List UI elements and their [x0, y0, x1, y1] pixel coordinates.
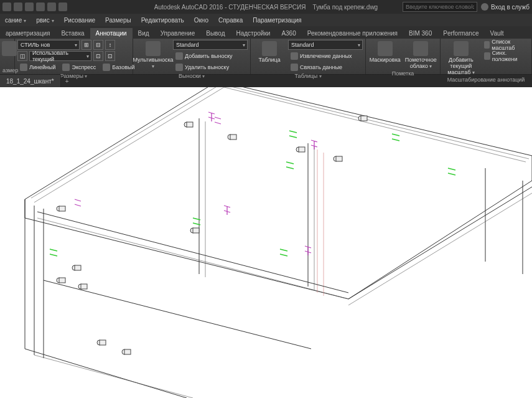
dim-tool-5[interactable]: ⊡ — [105, 51, 115, 61]
dim-layer-icon[interactable]: ◫ — [17, 51, 27, 61]
menu-bar: сание рвис Рисование Размеры Редактирова… — [0, 14, 532, 26]
ribbon: азмер СТИЛЬ нов ⊞ ⊟ ↕ ◫ Использовать тек… — [0, 39, 532, 75]
dim-use-current-combo[interactable]: Использовать текущий — [29, 51, 91, 61]
svg-rect-13 — [230, 135, 236, 140]
sync-scale-button[interactable]: Синх. положени — [482, 51, 529, 61]
panel-dim-left: азмер — [0, 39, 15, 74]
link-icon — [291, 64, 298, 71]
qat-open-icon[interactable] — [25, 2, 34, 11]
document-tab[interactable]: 18_1_24_шкант* — [0, 75, 61, 87]
revcloud-button[interactable]: Пометочное облако — [404, 40, 438, 70]
panel-leaders-title[interactable]: Выноски — [136, 72, 248, 80]
tab-1[interactable]: Вставка — [55, 28, 90, 39]
scale-list-icon — [484, 41, 490, 49]
extract-icon — [291, 52, 298, 60]
remove-leader-icon — [175, 64, 183, 71]
title-bar: Autodesk AutoCAD 2016 - СТУДЕНЧЕСКАЯ ВЕР… — [0, 0, 532, 14]
table-button[interactable]: Таблица — [253, 40, 286, 64]
file-name: Тумба под крепеж.dwg — [313, 4, 378, 11]
panel-leaders: Мультивыноска Standard Добавить выноску … — [133, 39, 251, 74]
linear-dim-icon — [20, 64, 27, 71]
dim-express-button[interactable]: Экспресс — [60, 62, 98, 72]
add-leader-icon — [175, 52, 183, 60]
tab-annotations[interactable]: Аннотации — [90, 28, 133, 39]
app-icon[interactable] — [2, 2, 11, 11]
base-dim-icon — [103, 64, 110, 71]
dim-tool-3[interactable]: ↕ — [105, 40, 115, 50]
help-search-input[interactable] — [403, 2, 477, 12]
revcloud-icon — [413, 41, 428, 56]
dim-tool-1[interactable]: ⊞ — [82, 40, 91, 50]
menu-item-6[interactable]: Справка — [213, 17, 248, 24]
sign-in-label: Вход в служб — [491, 4, 530, 11]
tab-6[interactable]: Надстройки — [231, 28, 276, 39]
panel-markup-title: Пометка — [368, 70, 437, 77]
tab-9[interactable]: BIM 360 — [403, 28, 437, 39]
panel-markup: Маскировка Пометочное облако Пометка — [366, 39, 441, 74]
table-icon — [262, 41, 277, 56]
qat-new-icon[interactable] — [14, 2, 22, 11]
tab-5[interactable]: Вывод — [200, 28, 230, 39]
tab-10[interactable]: Performance — [437, 28, 484, 39]
dim-tool-4[interactable]: ⊡ — [93, 51, 103, 61]
multileader-button[interactable]: Мультивыноска — [136, 40, 170, 70]
dim-base-button[interactable]: Базовый — [100, 62, 137, 72]
qat-redo-icon[interactable] — [58, 2, 67, 11]
menu-item-1[interactable]: рвис — [31, 17, 58, 24]
menu-item-4[interactable]: Редактировать — [136, 17, 189, 24]
add-scale-button[interactable]: Добавить текущий масштаб — [443, 40, 479, 76]
dim-tool-2[interactable]: ⊟ — [93, 40, 103, 50]
svg-rect-21 — [361, 116, 367, 121]
qat-undo-icon[interactable] — [47, 2, 56, 11]
panel-dimensions: СТИЛЬ нов ⊞ ⊟ ↕ ◫ Использовать текущий ⊡… — [15, 39, 133, 74]
svg-rect-23 — [75, 265, 81, 270]
menu-item-0[interactable]: сание — [0, 17, 31, 24]
qat-save-icon[interactable] — [36, 2, 45, 11]
menu-item-3[interactable]: Размеры — [100, 17, 136, 24]
tab-3[interactable]: Вид — [133, 28, 155, 39]
ribbon-tabs: араметризация Вставка Аннотации Вид Упра… — [0, 26, 532, 39]
remove-leader-button[interactable]: Удалить выноску — [173, 62, 248, 72]
svg-rect-7 — [100, 340, 106, 345]
menu-item-5[interactable]: Окно — [189, 17, 213, 24]
wipeout-button[interactable]: Маскировка — [368, 40, 402, 64]
svg-rect-5 — [81, 284, 87, 289]
express-dim-icon — [62, 64, 70, 71]
extract-data-button[interactable]: Извлечение данных — [288, 51, 363, 61]
svg-rect-11 — [187, 122, 193, 127]
tab-8[interactable]: Рекомендованные приложения — [302, 28, 403, 39]
tab-7[interactable]: A360 — [276, 28, 301, 39]
panel-tables: Таблица Standard Извлечение данных Связа… — [251, 39, 366, 74]
add-leader-button[interactable]: Добавить выноску — [173, 51, 248, 61]
drawing-viewport[interactable] — [0, 87, 532, 398]
app-name: Autodesk AutoCAD 2016 - СТУДЕНЧЕСКАЯ ВЕР… — [154, 4, 306, 11]
panel-tables-title[interactable]: Таблицы — [253, 72, 363, 80]
tab-11[interactable]: Vault — [485, 28, 510, 39]
title-text: Autodesk AutoCAD 2016 - СТУДЕНЧЕСКАЯ ВЕР… — [154, 4, 378, 11]
svg-rect-15 — [193, 228, 199, 233]
link-data-button[interactable]: Связать данные — [288, 62, 363, 72]
svg-rect-3 — [59, 278, 65, 283]
tab-0[interactable]: араметризация — [0, 28, 55, 39]
sign-in-button[interactable]: Вход в служб — [481, 3, 530, 11]
panel-scale-title: Масштабирование аннотаций — [443, 76, 529, 83]
svg-rect-19 — [336, 156, 342, 161]
svg-rect-17 — [299, 147, 305, 152]
user-icon — [481, 3, 488, 11]
tab-4[interactable]: Управление — [155, 28, 201, 39]
sync-scale-icon — [484, 52, 490, 60]
menu-item-7[interactable]: Параметризация — [248, 17, 307, 24]
wipeout-icon — [378, 41, 393, 56]
scale-list-button[interactable]: Список масштаб — [482, 40, 529, 50]
panel-dim-left-title: азмер — [2, 67, 12, 74]
leader-style-combo[interactable]: Standard — [173, 40, 248, 50]
new-tab-button[interactable]: + — [61, 78, 73, 85]
svg-rect-9 — [124, 349, 131, 354]
svg-rect-1 — [59, 206, 65, 211]
menu-item-2[interactable]: Рисование — [59, 17, 100, 24]
dim-linear-button[interactable]: Линейный — [17, 62, 58, 72]
add-scale-icon — [454, 41, 469, 56]
table-style-combo[interactable]: Standard — [288, 40, 363, 50]
dim-style-combo[interactable]: СТИЛЬ нов — [17, 40, 80, 50]
quick-access-toolbar — [2, 2, 67, 11]
